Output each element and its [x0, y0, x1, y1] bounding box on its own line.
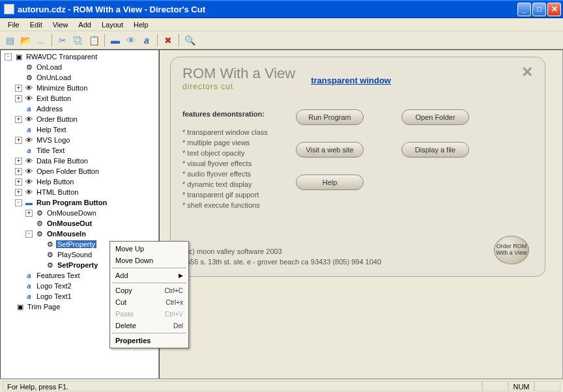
visit-website-button[interactable]: Visit a web site: [296, 142, 364, 158]
toolbar: ▤ 📂 ... ✂ ⿻ 📋 ▬ 👁 a ✖ 🔍: [0, 31, 563, 49]
tree-item[interactable]: ⚙OnUnLoad: [2, 72, 157, 83]
menu-edit[interactable]: Edit: [25, 20, 48, 30]
status-num: NUM: [508, 381, 534, 391]
order-button[interactable]: Order ROM With a View: [494, 236, 529, 264]
tree-item[interactable]: +👁Help Button: [2, 176, 157, 187]
tree-item[interactable]: aAddress: [2, 104, 157, 114]
toolbar-separator: [51, 34, 52, 47]
text-icon[interactable]: a: [139, 33, 154, 48]
paste-icon[interactable]: 📋: [87, 33, 101, 48]
menu-layout[interactable]: Layout: [96, 20, 128, 30]
status-help: For Help, press F1.: [3, 381, 482, 391]
toolbar-separator: [179, 34, 179, 47]
cut-icon[interactable]: ✂: [55, 33, 70, 48]
save-icon[interactable]: ...: [34, 33, 48, 48]
preview-title: ROM With a View: [182, 65, 295, 82]
tree-item[interactable]: +👁Exit Button: [2, 93, 157, 104]
display-file-button[interactable]: Display a file: [401, 142, 469, 158]
tree-root[interactable]: -▣RWAVDC Transparent: [2, 51, 157, 62]
window-title: autorun.cdz - ROM With a View - Director…: [18, 5, 517, 14]
tree-item[interactable]: ⚙OnLoad: [2, 62, 157, 72]
preview-window: ✕ ROM With a View directors cut transpar…: [170, 57, 545, 277]
tree-item[interactable]: +👁MVS Logo: [2, 135, 157, 145]
app-icon: [4, 4, 14, 14]
eye-icon[interactable]: 👁: [124, 33, 138, 48]
ctx-separator: [112, 333, 186, 333]
submenu-arrow-icon: ▶: [179, 272, 183, 279]
ctx-properties[interactable]: Properties: [111, 335, 187, 346]
preview-footer: (c) moon valley software 2003 555 s. 13t…: [186, 247, 381, 267]
copy-icon[interactable]: ⿻: [71, 33, 85, 48]
menu-view[interactable]: View: [48, 20, 74, 30]
toolbar-separator: [157, 34, 158, 47]
ctx-separator: [112, 283, 186, 283]
menu-bar: File Edit View Add Layout Help: [0, 18, 563, 31]
tree-item-onmousein[interactable]: -⚙OnMouseIn: [2, 229, 157, 239]
rect-icon[interactable]: ▬: [108, 33, 123, 48]
menu-help[interactable]: Help: [128, 20, 154, 30]
close-button[interactable]: ✕: [547, 3, 561, 16]
preview-close-icon[interactable]: ✕: [521, 64, 533, 81]
tree-item[interactable]: ⚙OnMouseOut: [2, 218, 157, 229]
status-bar: For Help, press F1. NUM: [0, 379, 563, 392]
menu-add[interactable]: Add: [73, 20, 96, 30]
open-folder-button[interactable]: Open Folder: [401, 109, 469, 125]
tree-item-run-program[interactable]: -▬Run Program Button: [2, 197, 157, 208]
ctx-move-up[interactable]: Move Up: [111, 243, 187, 255]
ctx-separator: [112, 268, 186, 268]
toolbar-separator: [104, 34, 105, 47]
preview-subtitle: directors cut: [182, 82, 295, 91]
delete-icon[interactable]: ✖: [161, 33, 175, 48]
preview-link[interactable]: transparent window: [311, 76, 391, 85]
tree-item[interactable]: aHelp Text: [2, 124, 157, 135]
ctx-add[interactable]: Add▶: [111, 270, 187, 281]
ctx-delete[interactable]: DeleteDel: [111, 320, 187, 331]
ctx-move-down[interactable]: Move Down: [111, 255, 187, 266]
context-menu: Move Up Move Down Add▶ CopyCtrl+C CutCtr…: [109, 241, 189, 348]
preview-panel: ✕ ROM With a View directors cut transpar…: [159, 49, 563, 379]
ctx-paste: PasteCtrl+V: [111, 308, 187, 320]
tree-item[interactable]: +👁Minimize Button: [2, 83, 157, 93]
status-pane: [534, 381, 560, 391]
tree-item[interactable]: +👁HTML Button: [2, 187, 157, 197]
tree-item[interactable]: +⚙OnMouseDown: [2, 208, 157, 218]
tree-item[interactable]: +👁Data File Button: [2, 156, 157, 166]
ctx-copy[interactable]: CopyCtrl+C: [111, 285, 187, 296]
tree-item[interactable]: +👁Order Button: [2, 114, 157, 124]
main-area: -▣RWAVDC Transparent ⚙OnLoad ⚙OnUnLoad +…: [0, 49, 563, 379]
help-button[interactable]: Help: [296, 175, 364, 190]
zoom-icon[interactable]: 🔍: [182, 33, 197, 48]
tree-item[interactable]: +👁Open Folder Button: [2, 166, 157, 176]
new-icon[interactable]: ▤: [3, 33, 17, 48]
maximize-button[interactable]: □: [532, 3, 546, 16]
status-pane: [482, 381, 508, 391]
preview-features: features demontsration: * transparent wi…: [182, 109, 287, 210]
ctx-cut[interactable]: CutCtrl+x: [111, 296, 187, 308]
open-icon[interactable]: 📂: [18, 33, 33, 48]
window-controls: _ □ ✕: [517, 3, 561, 16]
minimize-button[interactable]: _: [517, 3, 531, 16]
tree-item[interactable]: aTitle Text: [2, 145, 157, 156]
features-header: features demontsration:: [182, 109, 287, 120]
preview-buttons: Run Program Open Folder Visit a web site…: [296, 109, 533, 210]
run-program-button[interactable]: Run Program: [296, 109, 364, 125]
menu-file[interactable]: File: [3, 20, 25, 30]
title-bar: autorun.cdz - ROM With a View - Director…: [0, 0, 563, 18]
